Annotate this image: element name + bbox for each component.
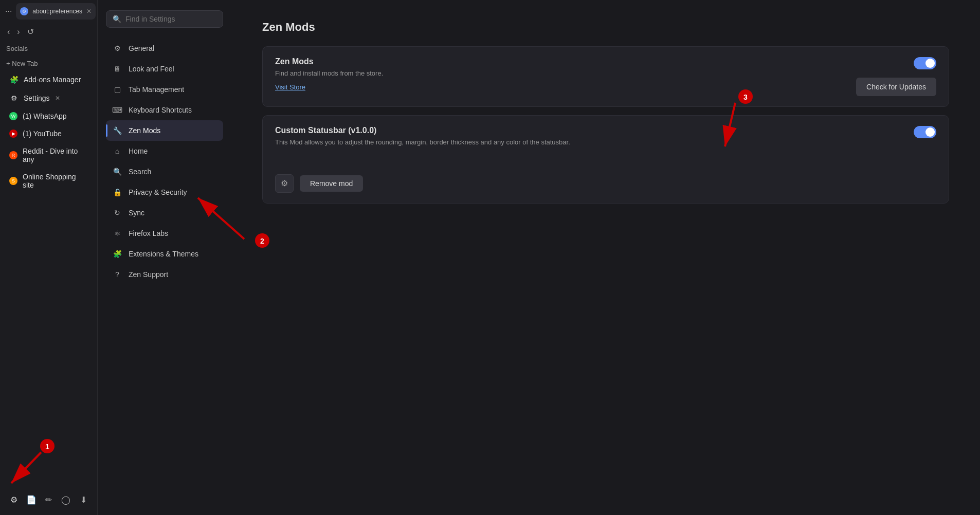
nav-item-sync[interactable]: ↻ Sync — [106, 203, 223, 223]
statusbar-card-info: Custom Statusbar (v1.0.0) This Mod allow… — [275, 126, 570, 152]
nav-buttons: ‹ › ↺ — [0, 23, 97, 41]
sidebar-item-youtube[interactable]: ▶ (1) YouTube — [3, 125, 94, 142]
nav-item-general[interactable]: ⚙ General — [106, 38, 223, 59]
nav-item-support[interactable]: ? Zen Support — [106, 264, 223, 285]
nav-item-tab[interactable]: ▢ Tab Management — [106, 79, 223, 100]
nav-item-zenmods[interactable]: 🔧 Zen Mods — [106, 120, 223, 141]
visit-store-link[interactable]: Visit Store — [275, 83, 305, 91]
reload-button[interactable]: ↺ — [25, 25, 36, 39]
nav-search-label: Search — [129, 168, 151, 176]
nav-item-privacy[interactable]: 🔒 Privacy & Security — [106, 182, 223, 203]
settings-content: Zen Mods Zen Mods Find and install mods … — [231, 0, 980, 515]
nav-item-extensions[interactable]: 🧩 Extensions & Themes — [106, 244, 223, 264]
nav-general-label: General — [129, 44, 154, 52]
addons-icon: 🧩 — [9, 75, 19, 84]
nav-item-look[interactable]: 🖥 Look and Feel — [106, 59, 223, 79]
pencil-bottom-icon[interactable]: ✏ — [41, 492, 56, 507]
settings-search-input[interactable] — [125, 15, 216, 23]
nav-keyboard-label: Keyboard Shortcuts — [129, 106, 192, 114]
settings-nav: 🔍 ⚙ General 🖥 Look and Feel ▢ Tab Manage… — [98, 0, 231, 515]
nav-extensions-label: Extensions & Themes — [129, 250, 198, 258]
nav-tab-label: Tab Management — [129, 85, 184, 94]
whatsapp-label: (1) WhatsApp — [23, 112, 67, 120]
search-nav-icon: 🔍 — [112, 167, 122, 177]
nav-look-label: Look and Feel — [129, 65, 174, 73]
nav-zenmods-label: Zen Mods — [129, 126, 160, 135]
sidebar: ··· ⚙ about:preferences ✕ ‹ › ↺ Socials … — [0, 0, 98, 515]
settings-bottom-icon[interactable]: ⚙ — [7, 492, 21, 507]
zen-mods-card-title: Zen Mods — [275, 57, 846, 66]
menu-dots[interactable]: ··· — [5, 7, 12, 16]
statusbar-card-header: Custom Statusbar (v1.0.0) This Mod allow… — [275, 126, 936, 152]
statusbar-card-actions: ⚙ Remove mod — [275, 174, 363, 193]
tab-close-button[interactable]: ✕ — [86, 8, 92, 15]
general-icon: ⚙ — [112, 43, 122, 53]
sidebar-item-shopping[interactable]: S Online Shopping site — [3, 169, 94, 193]
settings-search-box[interactable]: 🔍 — [106, 10, 223, 28]
nav-item-home[interactable]: ⌂ Home — [106, 141, 223, 161]
active-tab[interactable]: ⚙ about:preferences ✕ — [16, 3, 96, 20]
nav-support-label: Zen Support — [129, 270, 168, 279]
nav-privacy-label: Privacy & Security — [129, 188, 187, 196]
privacy-icon: 🔒 — [112, 187, 122, 197]
extensions-icon: 🧩 — [112, 249, 122, 259]
shopping-favicon: S — [9, 177, 17, 185]
bottom-icons-bar: ⚙ 📄 ✏ ◯ ⬇ — [3, 488, 94, 511]
sidebar-item-addons[interactable]: 🧩 Add-ons Manager — [3, 71, 94, 88]
reddit-label: Reddit - Dive into any — [23, 147, 88, 163]
shopping-label: Online Shopping site — [23, 173, 88, 189]
nav-sync-label: Sync — [129, 209, 144, 217]
zenmods-icon: 🔧 — [112, 125, 122, 136]
settings-sidebar-icon: ⚙ — [9, 94, 19, 103]
nav-item-firefox[interactable]: ⚛ Firefox Labs — [106, 223, 223, 244]
new-tab-button[interactable]: + New Tab — [0, 57, 97, 70]
check-updates-button[interactable]: Check for Updates — [856, 78, 936, 96]
nav-firefox-label: Firefox Labs — [129, 229, 168, 237]
sidebar-item-settings[interactable]: ⚙ Settings ✕ — [3, 89, 94, 107]
sync-icon: ↻ — [112, 208, 122, 218]
settings-close-button[interactable]: ✕ — [55, 95, 60, 102]
settings-label: Settings — [24, 94, 50, 102]
youtube-label: (1) YouTube — [23, 130, 62, 138]
profile-bottom-icon[interactable]: ◯ — [59, 492, 73, 507]
nav-home-label: Home — [129, 147, 148, 155]
statusbar-card-desc: This Mod allows you to adjust the roundi… — [275, 137, 570, 148]
statusbar-settings-button[interactable]: ⚙ — [275, 174, 294, 193]
statusbar-toggle[interactable] — [914, 126, 936, 138]
tab-icon: ▢ — [112, 84, 122, 95]
remove-mod-button[interactable]: Remove mod — [300, 175, 363, 192]
zen-mods-card-body: Zen Mods Find and install mods from the … — [275, 57, 846, 91]
support-icon: ? — [112, 269, 122, 280]
socials-label: Socials — [6, 45, 28, 52]
youtube-favicon: ▶ — [9, 130, 17, 138]
download-bottom-icon[interactable]: ⬇ — [76, 492, 90, 507]
new-tab-label: + New Tab — [6, 60, 38, 67]
firefox-icon: ⚛ — [112, 228, 122, 238]
page-title: Zen Mods — [262, 21, 949, 34]
reddit-favicon: R — [9, 151, 17, 159]
back-button[interactable]: ‹ — [5, 25, 12, 39]
addons-label: Add-ons Manager — [24, 76, 81, 84]
keyboard-icon: ⌨ — [112, 105, 122, 115]
sidebar-bottom: ⚙ 📄 ✏ ◯ ⬇ — [0, 484, 97, 515]
zen-mods-card-desc: Find and install mods from the store. — [275, 68, 846, 79]
tab-favicon: ⚙ — [20, 7, 28, 15]
nav-item-search[interactable]: 🔍 Search — [106, 161, 223, 182]
look-icon: 🖥 — [112, 64, 122, 74]
tab-title: about:preferences — [32, 8, 82, 15]
custom-statusbar-card: Custom Statusbar (v1.0.0) This Mod allow… — [262, 115, 949, 204]
zen-mods-toggle[interactable] — [914, 57, 936, 69]
bookmarks-bottom-icon[interactable]: 📄 — [24, 492, 39, 507]
sidebar-item-whatsapp[interactable]: W (1) WhatsApp — [3, 108, 94, 124]
socials-section: Socials — [0, 41, 97, 57]
statusbar-card-title: Custom Statusbar (v1.0.0) — [275, 126, 570, 135]
zen-mods-card: Zen Mods Find and install mods from the … — [262, 46, 949, 107]
settings-container: 🔍 ⚙ General 🖥 Look and Feel ▢ Tab Manage… — [98, 0, 980, 515]
search-icon: 🔍 — [113, 15, 121, 23]
forward-button[interactable]: › — [15, 25, 22, 39]
home-icon: ⌂ — [112, 146, 122, 156]
sidebar-top-bar: ··· ⚙ about:preferences ✕ — [0, 0, 97, 23]
nav-item-keyboard[interactable]: ⌨ Keyboard Shortcuts — [106, 100, 223, 120]
sidebar-item-reddit[interactable]: R Reddit - Dive into any — [3, 143, 94, 168]
whatsapp-favicon: W — [9, 112, 17, 120]
